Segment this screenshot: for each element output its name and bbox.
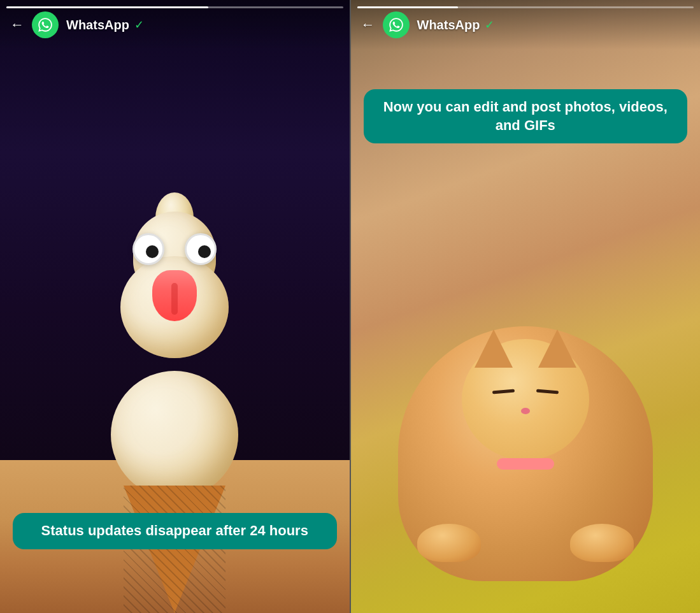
kitten-collar [497,458,554,470]
progress-bar-left [6,6,343,8]
caption-right: Now you can edit and post photos, videos… [364,89,688,143]
kitten-illustration [398,294,653,613]
kitten-body [398,326,653,581]
back-button-left[interactable]: ← [10,17,24,33]
progress-fill-right [357,6,459,8]
kitten-paw-right [570,524,634,562]
pupil-left [146,245,159,258]
caption-text-right: Now you can edit and post photos, videos… [383,99,668,133]
left-panel: ← WhatsApp ✓ Status updates disappear af… [0,0,351,613]
tongue-shape [152,270,197,321]
verified-check-left: ✓ [134,18,144,32]
whatsapp-avatar-left [32,11,59,38]
emoji-eye-right [185,233,217,265]
kitten-face [462,339,589,460]
whatsapp-path-right [389,18,403,32]
whatsapp-logo-right [388,17,404,33]
whatsapp-avatar-right [383,11,410,38]
progress-bar-right [357,6,694,8]
ice-scoop1 [111,371,238,498]
caption-left: Status updates disappear after 24 hours [13,513,337,549]
right-panel: ← WhatsApp ✓ Now you can edit and post p… [351,0,701,613]
kitten-paw-left [417,524,481,562]
whatsapp-logo-left [37,17,54,33]
kitten-ear-right [538,329,576,368]
emoji-eye-left [132,233,164,265]
ice-cone [124,486,225,613]
caption-text-left: Status updates disappear after 24 hours [41,523,308,538]
header-name-row-left: WhatsApp ✓ [66,18,144,32]
kitten-ear-left [475,329,513,368]
kitten-eye-left [492,389,515,394]
pupil-right [198,245,211,258]
kitten-eye-right [536,389,559,394]
emoji-face-overlay [127,233,222,321]
kitten-nose [521,408,530,414]
whatsapp-path-left [38,18,52,32]
app-name-right: WhatsApp [417,18,480,32]
header-name-row-right: WhatsApp ✓ [417,18,495,32]
tongue-art [127,270,222,321]
verified-check-right: ✓ [485,18,494,32]
progress-fill-left [6,6,208,8]
app-name-left: WhatsApp [66,18,129,32]
back-button-right[interactable]: ← [361,17,375,33]
